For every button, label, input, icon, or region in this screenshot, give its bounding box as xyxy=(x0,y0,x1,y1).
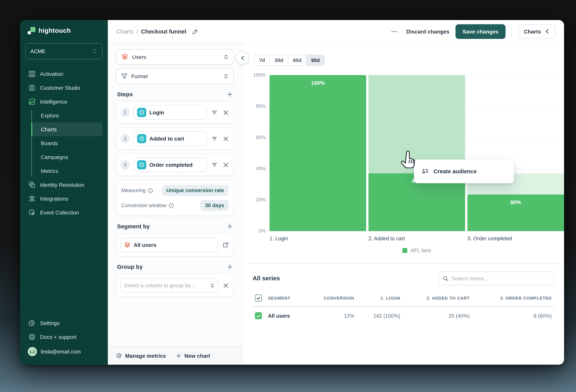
info-icon xyxy=(169,203,174,208)
config-scroll: Users Funnel Steps 1 xyxy=(108,43,242,346)
series-row-all-users[interactable]: All users 12% 142 (100%) 25 (40%) 8 (60%… xyxy=(253,306,554,325)
page-title: Checkout funnel xyxy=(141,28,186,35)
column-header-order-completed[interactable]: 3. Order completed xyxy=(472,292,554,306)
breadcrumb-charts-link[interactable]: Charts xyxy=(116,28,133,35)
cell-segment: All users xyxy=(266,306,305,325)
activation-icon xyxy=(29,70,35,77)
sidebar-item-label: Intelligence xyxy=(40,99,67,105)
step-number: 1 xyxy=(120,108,130,117)
step-remove-button[interactable] xyxy=(222,135,230,142)
group-by-select[interactable]: Select a column to group by... xyxy=(120,278,218,293)
create-audience-menu-item[interactable]: Create audience xyxy=(414,159,514,183)
plot-area: 100% 40% xyxy=(269,75,564,231)
column-header-conversion[interactable]: Conversion xyxy=(305,292,357,306)
step-event-select-3[interactable]: Order completed xyxy=(134,157,207,172)
sidebar-item-label: Settings xyxy=(40,320,59,326)
step-filter-button[interactable] xyxy=(211,109,218,116)
range-60d-button[interactable]: 60d xyxy=(288,55,307,65)
discard-changes-button[interactable]: Discard changes xyxy=(406,28,449,34)
step-remove-button[interactable] xyxy=(222,161,230,168)
model-layers-icon xyxy=(121,54,128,60)
sidebar-item-event-collection[interactable]: Event Collection xyxy=(26,206,102,219)
more-menu-button[interactable] xyxy=(388,26,400,37)
sidebar-item-intelligence[interactable]: Intelligence xyxy=(26,95,102,109)
range-90d-button[interactable]: 90d xyxy=(307,55,324,65)
step-event-select-2[interactable]: Added to cart xyxy=(134,131,207,146)
category-label: 2. Added to cart xyxy=(369,236,465,241)
user-account[interactable]: LJ linda@email.com xyxy=(26,344,102,359)
select-all-checkbox[interactable] xyxy=(255,295,262,302)
new-chart-button[interactable]: New chart xyxy=(176,353,210,359)
series-search[interactable] xyxy=(438,271,554,285)
audience-people-icon xyxy=(421,168,429,175)
workspace-selector[interactable]: ACME xyxy=(26,43,102,59)
step-remove-button[interactable] xyxy=(222,109,230,116)
edit-title-button[interactable] xyxy=(189,26,201,37)
cell-order-completed: 8 (60%) xyxy=(472,306,554,325)
sidebar-item-activation[interactable]: Activation xyxy=(26,67,102,81)
column-header-login[interactable]: 1. Login xyxy=(357,292,403,306)
close-icon xyxy=(223,162,229,168)
sidebar-item-campaigns[interactable]: Campaigns xyxy=(31,150,102,164)
group-by-title: Group by xyxy=(117,263,143,270)
add-segment-button[interactable] xyxy=(227,223,233,229)
event-clock-icon xyxy=(137,108,146,117)
y-axis: 100% 80% 60% 40% 20% 0% xyxy=(248,75,269,231)
life-ring-icon xyxy=(29,333,35,340)
legend-swatch xyxy=(402,248,407,253)
category-label: 1. Login xyxy=(269,236,366,241)
charts-collapse-button[interactable]: Charts xyxy=(518,24,556,39)
pencil-icon xyxy=(192,28,198,34)
sidebar-item-docs-support[interactable]: Docs + support xyxy=(26,330,102,344)
sidebar-spacer xyxy=(26,219,102,316)
sidebar-item-integrations[interactable]: Integrations xyxy=(26,192,102,206)
chart-type-select[interactable]: Funnel xyxy=(116,68,234,84)
collapse-panel-button[interactable] xyxy=(236,51,249,64)
sidebar-item-explore[interactable]: Explore xyxy=(31,109,102,122)
funnel-segment-order-completed[interactable]: 60% xyxy=(467,194,564,231)
plus-icon xyxy=(227,223,233,229)
chevron-left-icon xyxy=(545,29,550,34)
funnel-segment-login[interactable]: 100% xyxy=(269,75,366,231)
column-header-added-to-cart[interactable]: 2. Added to cart xyxy=(403,292,472,306)
series-search-input[interactable] xyxy=(452,275,550,281)
add-step-button[interactable] xyxy=(227,91,233,97)
event-clock-icon xyxy=(137,160,146,169)
conversion-window-pill[interactable]: 30 days xyxy=(201,200,229,211)
save-changes-button[interactable]: Save changes xyxy=(456,24,506,39)
close-icon xyxy=(223,136,229,142)
sidebar-item-boards[interactable]: Boards xyxy=(31,136,102,150)
funnel-chart: 100% 80% 60% 40% 20% 0% xyxy=(248,75,564,253)
step-row-1: 1 Login xyxy=(116,101,234,124)
cell-added-to-cart: 25 (40%) xyxy=(403,306,472,325)
legend-item-afl-fans[interactable]: AFL fans xyxy=(269,248,564,253)
measuring-value-pill[interactable]: Unique conversion rate xyxy=(162,185,229,196)
ellipsis-icon xyxy=(391,28,398,35)
range-30d-button[interactable]: 30d xyxy=(270,55,288,65)
segment-row: All users xyxy=(116,233,234,256)
series-table: Segment Conversion 1. Login 2. Added to … xyxy=(253,292,554,325)
segment-select[interactable]: All users xyxy=(120,238,218,252)
parent-model-select[interactable]: Users xyxy=(116,49,234,65)
step-filter-button[interactable] xyxy=(211,135,218,143)
add-group-button[interactable] xyxy=(227,264,233,270)
column-header-segment[interactable]: Segment xyxy=(266,292,305,306)
series-row-checkbox[interactable] xyxy=(255,312,262,319)
sidebar-item-identity-resolution[interactable]: Identity Resolution xyxy=(26,178,102,192)
group-by-row: Select a column to group by... xyxy=(116,274,234,297)
range-7d-button[interactable]: 7d xyxy=(255,55,270,65)
sidebar-item-charts[interactable]: Charts xyxy=(31,122,102,136)
segment-by-title: Segment by xyxy=(117,223,150,230)
manage-metrics-button[interactable]: Manage metrics xyxy=(116,353,166,359)
sidebar-item-metrics[interactable]: Metrics xyxy=(31,164,102,178)
intelligence-icon xyxy=(29,98,35,105)
step-event-select-1[interactable]: Login xyxy=(134,105,207,120)
remove-group-button[interactable] xyxy=(222,282,230,289)
filter-icon xyxy=(211,136,218,142)
sidebar-item-customer-studio[interactable]: Customer Studio xyxy=(26,81,102,95)
step-filter-button[interactable] xyxy=(211,161,218,169)
sidebar-item-label: Activation xyxy=(40,71,63,77)
integrations-icon xyxy=(29,195,35,202)
sidebar-item-settings[interactable]: Settings xyxy=(26,316,102,330)
open-segment-button[interactable] xyxy=(222,241,230,249)
